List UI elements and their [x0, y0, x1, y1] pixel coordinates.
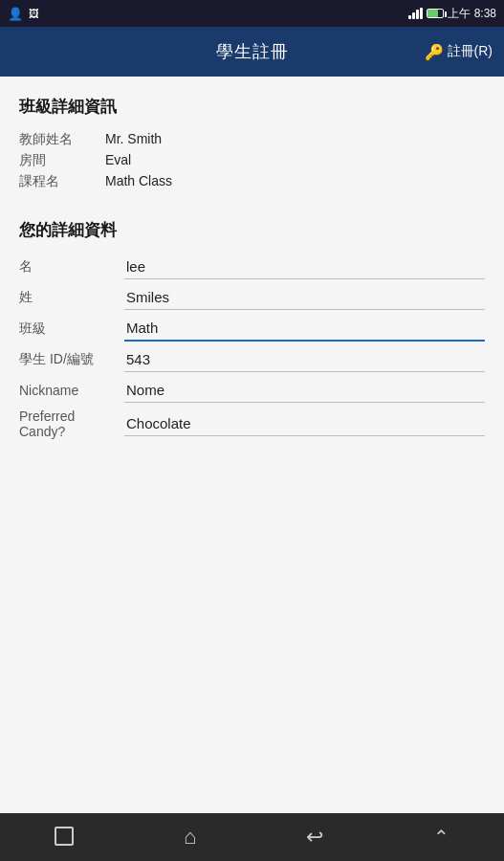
course-label: 課程名 [19, 173, 105, 190]
nav-recents-button[interactable] [55, 827, 74, 849]
status-time: 上午 8:38 [448, 6, 496, 22]
form-input-1[interactable] [124, 285, 485, 310]
course-row: 課程名 Math Class [19, 173, 485, 190]
form-input-2[interactable] [124, 316, 485, 342]
nav-home-button[interactable]: ⌂ [184, 825, 196, 850]
main-content: 班級詳細資訊 教師姓名 Mr. Smith 房間 Eval 課程名 Math C… [0, 77, 504, 813]
teacher-label: 教師姓名 [19, 131, 105, 148]
class-details-title: 班級詳細資訊 [19, 96, 485, 118]
form-fields: 名姓班級學生 ID/編號NicknamePreferred Candy? [19, 254, 485, 439]
back-icon: ↩ [306, 825, 323, 849]
form-row: Nickname [19, 378, 485, 403]
nav-up-button[interactable]: ⌃ [433, 826, 449, 849]
battery-icon [427, 9, 444, 18]
form-label-3: 學生 ID/編號 [19, 351, 124, 368]
signal-icon [408, 8, 423, 19]
room-value: Eval [105, 152, 131, 169]
register-button[interactable]: 🔑 註冊(R) [425, 43, 493, 61]
form-label-4: Nickname [19, 383, 124, 398]
teacher-row: 教師姓名 Mr. Smith [19, 131, 485, 148]
form-row: 名 [19, 254, 485, 279]
form-label-2: 班級 [19, 320, 124, 338]
room-label: 房間 [19, 152, 105, 169]
status-bar: 👤 🖼 上午 8:38 [0, 0, 504, 27]
form-input-0[interactable] [124, 254, 485, 279]
form-label-0: 名 [19, 258, 124, 276]
home-icon: ⌂ [184, 825, 196, 849]
key-icon: 🔑 [425, 43, 444, 61]
status-right-icons: 上午 8:38 [408, 6, 496, 22]
form-input-3[interactable] [124, 347, 485, 372]
form-label-5: Preferred Candy? [19, 408, 124, 439]
teacher-value: Mr. Smith [105, 131, 162, 148]
form-input-5[interactable] [124, 411, 485, 436]
header-title: 學生註冊 [216, 40, 289, 63]
your-details-section: 您的詳細資料 名姓班級學生 ID/編號NicknamePreferred Can… [19, 219, 485, 439]
recents-icon [55, 827, 74, 846]
course-value: Math Class [105, 173, 172, 190]
status-left-icons: 👤 🖼 [8, 7, 39, 21]
form-row: 姓 [19, 285, 485, 310]
form-row: 學生 ID/編號 [19, 347, 485, 372]
person-icon: 👤 [8, 7, 23, 21]
up-icon: ⌃ [433, 827, 449, 848]
class-details-section: 班級詳細資訊 教師姓名 Mr. Smith 房間 Eval 課程名 Math C… [19, 96, 485, 190]
your-details-title: 您的詳細資料 [19, 219, 485, 241]
register-label: 註冊(R) [448, 43, 493, 60]
form-label-1: 姓 [19, 289, 124, 306]
form-row: 班級 [19, 316, 485, 342]
image-icon: 🖼 [29, 8, 39, 19]
nav-bar: ⌂ ↩ ⌃ [0, 813, 504, 861]
form-input-4[interactable] [124, 378, 485, 403]
room-row: 房間 Eval [19, 152, 485, 169]
header: 學生註冊 🔑 註冊(R) [0, 27, 504, 77]
form-row: Preferred Candy? [19, 408, 485, 439]
nav-back-button[interactable]: ↩ [306, 825, 323, 850]
